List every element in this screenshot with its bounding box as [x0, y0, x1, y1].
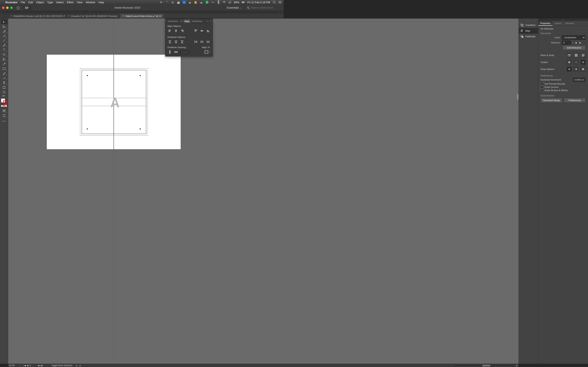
selection-tool[interactable]: [1, 19, 7, 24]
menu-edit[interactable]: Edit: [28, 1, 33, 4]
close-tab-icon[interactable]: ✕: [122, 15, 124, 17]
clock[interactable]: Fri 12 Feb 5.16 PM: [247, 1, 270, 4]
align-vcenter-button[interactable]: [199, 29, 204, 33]
home-icon[interactable]: [16, 6, 20, 9]
svg-rect-22: [196, 30, 197, 31]
distribute-vspace-button[interactable]: [167, 50, 172, 54]
menu-file[interactable]: File: [21, 1, 25, 4]
align-to-label: Align To:: [202, 46, 210, 49]
tray-icon-green[interactable]: [205, 1, 209, 4]
align-right-button[interactable]: [180, 29, 185, 33]
gradient-tool[interactable]: [1, 76, 7, 80]
tray-icon-6[interactable]: ☁: [188, 1, 191, 4]
pen-tool[interactable]: [1, 29, 7, 33]
distribute-spacing-label: Distribute Spacing:: [167, 46, 186, 49]
curvature-tool[interactable]: [1, 33, 7, 38]
svg-rect-32: [182, 42, 183, 43]
menu-type[interactable]: Type: [47, 1, 53, 4]
panel-tab-pathfinder[interactable]: Pathfinder: [191, 20, 203, 22]
close-tab-icon[interactable]: ✕: [11, 15, 12, 17]
eyedropper-tool[interactable]: [1, 71, 7, 76]
paintbrush-tool[interactable]: [1, 43, 7, 48]
draw-mode-tool[interactable]: [1, 113, 7, 118]
document-tab-0[interactable]: ✕WalletBifold Simple-1.pdf @ 22.18% (CMY…: [8, 14, 65, 18]
align-bottom-button[interactable]: [206, 29, 210, 33]
scissors-tool[interactable]: [1, 57, 7, 62]
canvas[interactable]: A Transform ◇ Align Pathfinder » | ≡ Ali…: [8, 18, 284, 177]
bluetooth-icon[interactable]: [217, 1, 220, 4]
panel-menu-icon[interactable]: ≡: [213, 20, 216, 22]
close-tab-icon[interactable]: ✕: [68, 15, 70, 17]
adobe-stock-search[interactable]: [245, 6, 284, 9]
stock-search-input[interactable]: [251, 6, 282, 9]
screen-mode-tool[interactable]: [1, 108, 7, 113]
menu-help[interactable]: Help: [98, 1, 104, 4]
app-name[interactable]: Illustrator: [5, 1, 17, 4]
tray-icon-5[interactable]: [182, 1, 186, 4]
symbol-sprayer-tool[interactable]: [1, 80, 7, 85]
expand-right-icon[interactable]: «: [282, 11, 283, 14]
edit-toolbar-button[interactable]: •••: [2, 120, 6, 123]
anchor-point: [140, 75, 141, 76]
battery-percent: 80%: [234, 1, 239, 4]
control-center-icon[interactable]: [278, 1, 282, 4]
workspace-selector[interactable]: Essentials ⌄: [224, 4, 245, 11]
document-tab-1[interactable]: ✕Chessific F.ai* @ 84.19% (RGB/GPU Previ…: [65, 14, 120, 18]
wand-tool[interactable]: [1, 62, 7, 66]
align-objects-label: Align Objects:: [165, 24, 213, 28]
tab-label: WalletCustomPatternZelda.ai* @ 32: [125, 15, 161, 17]
align-top-button[interactable]: [193, 29, 198, 33]
volume-icon[interactable]: 🔊: [228, 1, 232, 4]
distribute-right-button[interactable]: [206, 40, 210, 44]
line-tool[interactable]: [1, 38, 7, 43]
window-close-button[interactable]: [2, 7, 4, 9]
swap-fill-stroke[interactable]: [1, 94, 7, 97]
spotlight-icon[interactable]: [273, 1, 276, 4]
window-minimize-button[interactable]: [6, 7, 9, 9]
artboard-tool[interactable]: [1, 85, 7, 90]
distribute-vcenter-button[interactable]: [173, 40, 178, 44]
expand-left-icon[interactable]: »: [1, 11, 2, 14]
eyeglasses-icon[interactable]: 👓: [211, 1, 214, 4]
align-to-selector[interactable]: [204, 50, 209, 54]
menu-window[interactable]: Window: [86, 1, 95, 4]
tray-icon-4[interactable]: ☕: [177, 1, 180, 4]
svg-rect-19: [181, 30, 183, 31]
wifi-icon[interactable]: [223, 1, 226, 4]
document-tab-2[interactable]: ✕WalletCustomPatternZelda.ai* @ 32: [120, 14, 164, 18]
align-left-button[interactable]: [167, 29, 172, 33]
spacing-value-field[interactable]: ⇅0 cm: [180, 50, 190, 54]
align-hcenter-button[interactable]: [173, 29, 178, 33]
fill-stroke-swatch[interactable]: [1, 99, 7, 105]
distribute-left-button[interactable]: [193, 40, 198, 44]
notifications-icon[interactable]: 🔔: [194, 1, 197, 4]
distribute-hspace-button[interactable]: [173, 50, 178, 54]
menu-view[interactable]: View: [77, 1, 82, 4]
tray-icon-2[interactable]: ⌃: [165, 1, 169, 4]
stroke-swatch[interactable]: [3, 100, 7, 105]
tray-icon-3[interactable]: ◎: [171, 1, 174, 4]
arrange-documents-button[interactable]: ▾: [24, 6, 31, 9]
direct-selection-tool[interactable]: [1, 24, 7, 29]
menu-select[interactable]: Select: [56, 1, 63, 4]
battery-icon[interactable]: [242, 1, 245, 4]
tray-icon-1[interactable]: ⟳: [160, 1, 163, 4]
panel-tab-align[interactable]: Align: [183, 19, 191, 23]
distribute-bottom-button[interactable]: [180, 40, 185, 44]
cloud-icon[interactable]: ☁: [200, 1, 203, 4]
document-tabs: ✕WalletBifold Simple-1.pdf @ 22.18% (CMY…: [0, 14, 284, 18]
zoom-tool[interactable]: [1, 90, 7, 94]
panel-tab-transform[interactable]: Transform: [167, 20, 179, 22]
menu-object[interactable]: Object: [36, 1, 44, 4]
distribute-hcenter-button[interactable]: [199, 40, 204, 44]
distribute-top-button[interactable]: [167, 40, 172, 44]
svg-rect-34: [196, 41, 197, 42]
rectangle-tool[interactable]: [1, 66, 7, 71]
svg-point-6: [3, 60, 4, 60]
svg-rect-11: [3, 95, 4, 96]
type-tool[interactable]: [1, 48, 7, 52]
menu-effect[interactable]: Effect: [67, 1, 73, 4]
panel-collapse-icon[interactable]: »: [206, 20, 209, 22]
window-maximize-button[interactable]: [10, 7, 13, 9]
rotate-tool[interactable]: [1, 52, 7, 57]
